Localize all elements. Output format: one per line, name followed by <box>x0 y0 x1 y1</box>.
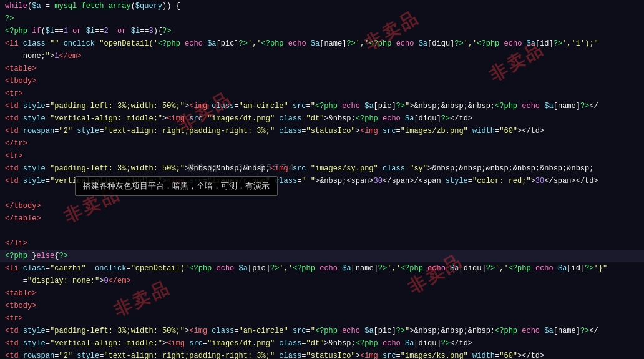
code-line-9: <td style="padding-left: 3%;width: 50%;"… <box>0 100 644 112</box>
code-line-10: <td style="vertical-align: middle;"><img… <box>0 112 644 125</box>
code-line-21: <?php }else{?> <box>0 250 644 262</box>
code-line-3: <?php if($i==1 or $i==2 or $i==3){?> <box>0 25 644 37</box>
code-line-7: <tbody> <box>0 75 644 87</box>
code-line-22: <li class="canzhi" onclick="openDetail('… <box>0 262 644 275</box>
code-line-27: <td style="padding-left: 3%;width: 50%;"… <box>0 325 644 337</box>
code-line-11: <td rowspan="2" style="text-align: right… <box>0 125 644 137</box>
code-line-12: </tr> <box>0 137 644 150</box>
code-line-13: <tr> <box>0 150 644 162</box>
code-line-17: </tbody> <box>0 200 644 212</box>
code-line-19 <box>0 225 644 237</box>
code-line-2: ?> <box>0 12 644 25</box>
code-line-6: <table> <box>0 62 644 75</box>
code-editor: while($a = mysql_fetch_array($query)) { … <box>0 0 644 359</box>
code-line-5: none;">1</em> <box>0 50 644 62</box>
code-line-4: <li class="" onclick="openDetail('<?php … <box>0 37 644 50</box>
code-line-28: <td style="vertical-align: middle;"><img… <box>0 337 644 350</box>
code-line-8: <tr> <box>0 87 644 100</box>
code-line-25: <tbody> <box>0 300 644 312</box>
code-line-29: <td rowspan="2" style="text-align: right… <box>0 350 644 359</box>
code-line-18: </table> <box>0 212 644 225</box>
code-line-14: <td style="padding-left: 3%;width: 50%;"… <box>0 162 644 175</box>
code-line-24: <table> <box>0 287 644 300</box>
code-line-20: </li> <box>0 237 644 250</box>
tooltip-box: 搭建各种灰色项目平台，暗黑，全暗，可测，有演示 <box>75 176 278 196</box>
code-line-23: ="display: none;">0</em> <box>0 275 644 287</box>
tooltip-text: 搭建各种灰色项目平台，暗黑，全暗，可测，有演示 <box>83 181 270 190</box>
code-line-1: while($a = mysql_fetch_array($query)) { <box>0 0 644 12</box>
code-line-26: <tr> <box>0 312 644 325</box>
